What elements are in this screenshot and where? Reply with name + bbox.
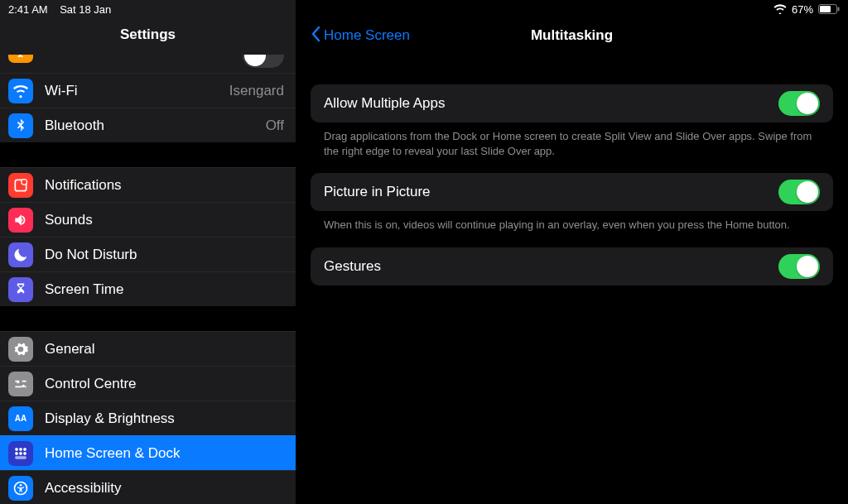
sidebar-item-controlcentre[interactable]: Control Centre — [0, 366, 296, 401]
sidebar-item-dnd[interactable]: Do Not Disturb — [0, 237, 296, 271]
nav-bar: Home Screen Multitasking — [311, 18, 833, 53]
svg-rect-8 — [23, 448, 26, 450]
status-bar: 2:41 AM Sat 18 Jan 67% — [0, 0, 848, 18]
wifi-settings-icon — [8, 79, 33, 103]
allow-apps-footer: Drag applications from the Dock or Home … — [311, 122, 833, 158]
card-allow-apps: Allow Multiple Apps — [311, 84, 833, 122]
sidebar-item-notifications[interactable]: Notifications — [0, 167, 296, 202]
sidebar-item-sounds[interactable]: Sounds — [0, 202, 296, 237]
svg-rect-7 — [19, 448, 22, 450]
svg-rect-2 — [838, 7, 840, 12]
app-root: 2:41 AM Sat 18 Jan 67% Settings Airplane… — [0, 0, 848, 504]
sidebar-scroll[interactable]: Airplane Mode Wi-Fi Isengard Bluetooth O… — [0, 55, 296, 504]
sidebar-item-display[interactable]: AA Display & Brightness — [0, 401, 296, 435]
aa-icon: AA — [8, 406, 33, 431]
status-date: Sat 18 Jan — [60, 3, 111, 16]
wifi-value: Isengard — [229, 83, 284, 99]
notifications-label: Notifications — [45, 177, 284, 194]
accessibility-label: Accessibility — [45, 480, 284, 497]
svg-text:AA: AA — [15, 414, 26, 423]
group-gap-2 — [0, 306, 296, 331]
gestures-label: Gestures — [324, 258, 778, 275]
sounds-label: Sounds — [45, 212, 284, 228]
gear-icon — [8, 337, 33, 362]
svg-rect-12 — [15, 456, 26, 458]
sidebar-item-screentime[interactable]: Screen Time — [0, 271, 296, 306]
hourglass-icon — [8, 277, 33, 302]
sliders-icon — [8, 372, 33, 396]
row-pip: Picture in Picture — [324, 173, 820, 211]
svg-rect-11 — [23, 452, 26, 454]
sidebar-item-accessibility[interactable]: Accessibility — [0, 470, 296, 504]
sounds-icon — [8, 208, 33, 233]
back-label: Home Screen — [324, 27, 410, 44]
bluetooth-value: Off — [266, 118, 284, 134]
gestures-toggle[interactable] — [778, 254, 820, 279]
moon-icon — [8, 242, 33, 267]
sidebar-item-general[interactable]: General — [0, 331, 296, 366]
svg-rect-6 — [15, 448, 17, 450]
sidebar-title: Settings — [0, 18, 296, 55]
svg-rect-10 — [19, 452, 22, 454]
allow-apps-label: Allow Multiple Apps — [324, 95, 778, 112]
battery-percent: 67% — [792, 3, 813, 16]
section-allow-apps: Allow Multiple Apps Drag applications fr… — [311, 84, 833, 158]
svg-point-4 — [22, 179, 27, 185]
grid-icon — [8, 441, 33, 466]
row-allow-apps: Allow Multiple Apps — [324, 84, 820, 122]
screentime-label: Screen Time — [45, 281, 284, 298]
controlcentre-label: Control Centre — [45, 376, 284, 392]
notifications-icon — [8, 173, 33, 198]
card-pip: Picture in Picture — [311, 173, 833, 211]
pip-toggle[interactable] — [778, 180, 820, 204]
homedock-label: Home Screen & Dock — [45, 445, 284, 462]
battery-icon — [818, 4, 840, 14]
group-gap — [0, 142, 296, 167]
status-time: 2:41 AM — [8, 3, 48, 16]
sidebar-item-airplane[interactable]: Airplane Mode — [0, 55, 296, 73]
sidebar-item-homedock[interactable]: Home Screen & Dock — [0, 435, 296, 470]
airplane-toggle[interactable] — [243, 55, 284, 68]
general-label: General — [45, 341, 284, 358]
wifi-label: Wi-Fi — [45, 83, 223, 99]
pip-footer: When this is on, videos will continue pl… — [311, 211, 833, 233]
back-button[interactable]: Home Screen — [311, 26, 410, 46]
sidebar: Settings Airplane Mode Wi-Fi Isengard — [0, 0, 296, 504]
section-gestures: Gestures — [311, 247, 833, 286]
allow-apps-toggle[interactable] — [778, 91, 820, 116]
dnd-label: Do Not Disturb — [45, 247, 284, 263]
svg-rect-1 — [820, 6, 831, 12]
svg-point-14 — [20, 483, 22, 486]
bluetooth-label: Bluetooth — [45, 118, 259, 134]
chevron-left-icon — [311, 26, 320, 46]
status-right: 67% — [773, 3, 840, 16]
sidebar-item-bluetooth[interactable]: Bluetooth Off — [0, 108, 296, 142]
airplane-icon — [8, 55, 33, 63]
svg-rect-9 — [15, 452, 17, 454]
status-time-date: 2:41 AM Sat 18 Jan — [8, 3, 111, 16]
card-gestures: Gestures — [311, 247, 833, 286]
sidebar-item-wifi[interactable]: Wi-Fi Isengard — [0, 73, 296, 108]
pip-label: Picture in Picture — [324, 184, 778, 200]
bluetooth-icon — [8, 113, 33, 138]
detail-pane: Home Screen Multitasking Allow Multiple … — [296, 0, 848, 504]
section-pip: Picture in Picture When this is on, vide… — [311, 173, 833, 233]
display-label: Display & Brightness — [45, 410, 284, 427]
wifi-icon — [773, 4, 787, 14]
row-gestures: Gestures — [324, 247, 820, 286]
accessibility-icon — [8, 476, 33, 501]
